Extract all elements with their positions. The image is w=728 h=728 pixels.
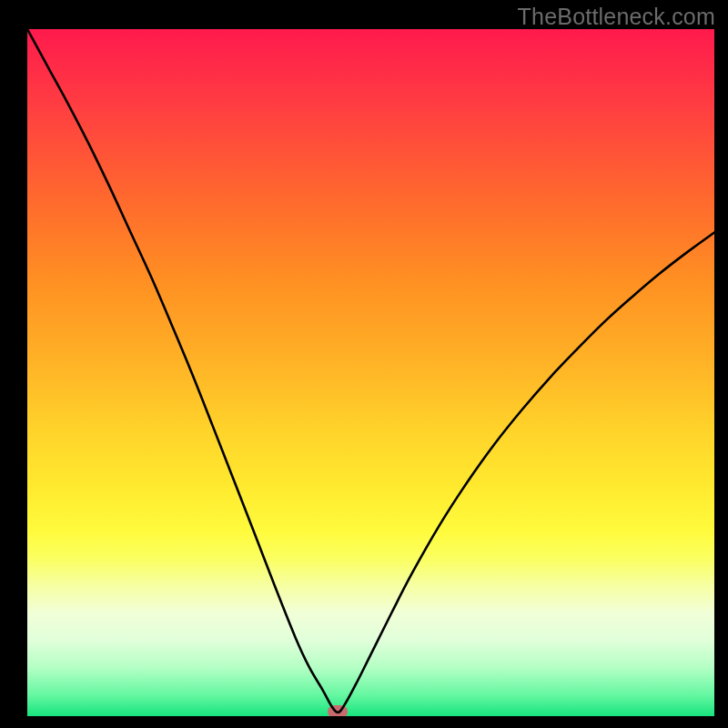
chart-frame: TheBottleneck.com [0, 0, 728, 728]
watermark: TheBottleneck.com [518, 4, 715, 30]
bottleneck-curve [27, 29, 714, 716]
bottleneck-plot [27, 29, 714, 716]
